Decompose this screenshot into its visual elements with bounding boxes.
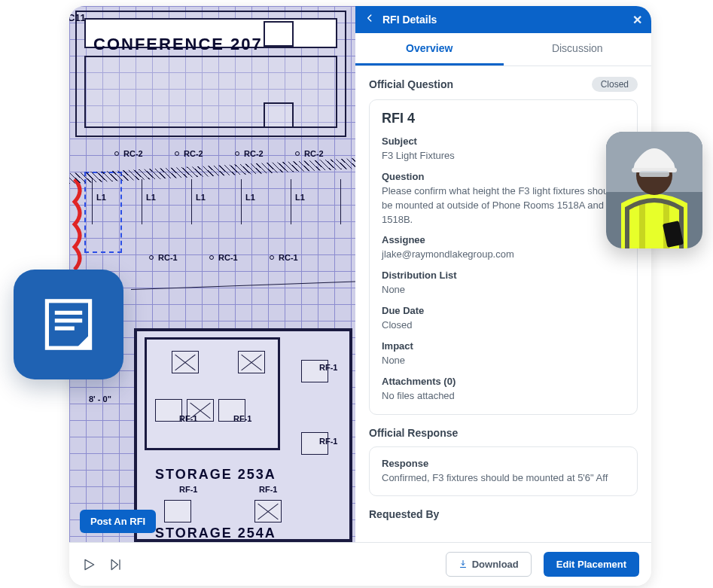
document-icon <box>14 270 123 379</box>
due-date-label: Due Date <box>382 305 625 316</box>
label-l1: L1 <box>96 193 106 202</box>
requested-by-label: Requested By <box>369 508 638 520</box>
response-label: Response <box>382 458 625 469</box>
assignee-value: jlake@raymondlakegroup.com <box>382 248 625 262</box>
back-button[interactable] <box>364 13 375 26</box>
attachments-value: No files attached <box>382 389 625 404</box>
download-button[interactable]: Download <box>446 552 532 577</box>
svg-rect-5 <box>639 171 669 177</box>
rfi-number: RFI 4 <box>382 111 625 126</box>
section-official-response: Official Response <box>369 427 638 439</box>
question-value: Please confirm what height the F3 light … <box>382 184 625 227</box>
room-label-storage-a: STORAGE 253A <box>155 467 276 483</box>
subject-value: F3 Light Fixtures <box>382 149 625 163</box>
distribution-value: None <box>382 283 625 297</box>
impact-label: Impact <box>382 340 625 352</box>
grid-col-c11: C11 <box>69 12 86 23</box>
panel-scroll[interactable]: Official Question Closed RFI 4 Subject F… <box>355 66 651 548</box>
door-swing-icon <box>69 179 80 270</box>
response-card: Response Confirmed, F3 fixtures should b… <box>369 446 638 497</box>
due-date-value: Closed <box>382 318 625 333</box>
impact-value: None <box>382 354 625 368</box>
rfi-details-panel: RFI Details ✕ Overview Discussion Offici… <box>355 6 651 548</box>
room-label-conference: CONFERENCE 207 <box>93 35 263 54</box>
panel-tabs: Overview Discussion <box>355 33 651 66</box>
panel-title: RFI Details <box>382 14 632 26</box>
edit-placement-button[interactable]: Edit Placement <box>544 552 639 577</box>
subject-label: Subject <box>382 136 625 147</box>
bottom-bar: Download Edit Placement <box>69 542 651 586</box>
tab-discussion[interactable]: Discussion <box>504 33 652 66</box>
label-rc2: RC-2 <box>123 149 143 158</box>
distribution-label: Distribution List <box>382 270 625 281</box>
post-rfi-button[interactable]: Post An RFI <box>80 510 156 533</box>
status-badge: Closed <box>592 77 638 92</box>
question-label: Question <box>382 171 625 182</box>
tab-overview[interactable]: Overview <box>355 33 504 66</box>
skip-icon[interactable] <box>108 557 123 572</box>
play-icon[interactable] <box>81 557 96 572</box>
app-viewport: CONFERENCE 207 C11 RC-2 RC-2 RC-2 RC-2 L… <box>69 6 651 586</box>
avatar <box>606 132 702 248</box>
panel-header: RFI Details ✕ <box>355 6 651 33</box>
assignee-label: Assignee <box>382 234 625 245</box>
attachments-label: Attachments (0) <box>382 376 625 387</box>
label-rf1: RF-1 <box>319 363 337 372</box>
response-value: Confirmed, F3 fixtures should be mounted… <box>382 471 625 486</box>
label-rc1: RC-1 <box>158 253 178 262</box>
question-card: RFI 4 Subject F3 Light Fixtures Question… <box>369 99 638 415</box>
label-dim: 8' - 0" <box>89 395 111 404</box>
close-icon[interactable]: ✕ <box>632 13 642 27</box>
section-official-question: Official Question <box>369 78 453 90</box>
room-label-storage-b: STORAGE 254A <box>155 526 276 541</box>
selection-box <box>84 172 122 253</box>
